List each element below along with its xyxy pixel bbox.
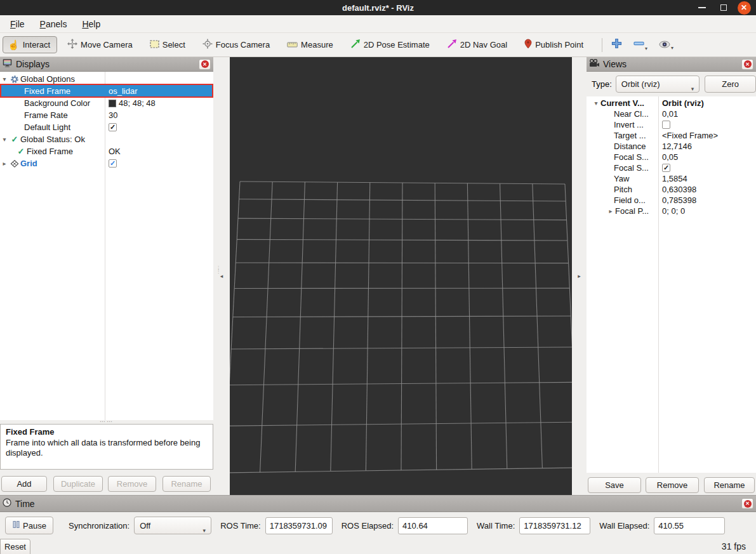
row-label: Focal S... [614, 163, 649, 173]
row-value[interactable]: 1,5854 [662, 174, 687, 183]
rename-view-button[interactable]: Rename [704, 477, 755, 493]
ros-elapsed-field[interactable]: 410.64 [398, 517, 468, 534]
tree-row-global-status[interactable]: ▾ ✓ Global Status: Ok [0, 133, 213, 145]
row-value[interactable]: 12,7146 [662, 142, 692, 151]
duplicate-display-button: Duplicate [53, 476, 103, 492]
tool-2d-nav-goal[interactable]: 2D Nav Goal [447, 39, 507, 51]
wall-elapsed-field[interactable]: 410.55 [654, 517, 725, 534]
add-tool-button[interactable] [610, 37, 623, 53]
fps-counter: 31 fps [722, 541, 746, 551]
chevron-down-icon: ▾ [691, 86, 694, 92]
displays-icon [3, 58, 12, 70]
row-value[interactable]: os_lidar [109, 86, 138, 96]
close-window-button[interactable]: ✕ [736, 0, 752, 15]
render-viewport[interactable] [230, 57, 572, 495]
tree-row-fixed-frame-selected[interactable]: Fixed Frame os_lidar [0, 85, 213, 97]
close-time-panel-button[interactable]: ✕ [741, 498, 753, 509]
view-type-combobox[interactable]: Orbit (rviz) ▾ [616, 76, 700, 93]
pause-button[interactable]: Pause [5, 517, 53, 534]
expander-open-icon[interactable]: ▾ [0, 136, 9, 143]
save-view-button[interactable]: Save [588, 477, 641, 493]
menu-file[interactable]: File [3, 16, 32, 32]
checkbox-checked[interactable]: ✓ [662, 164, 670, 172]
row-label: Grid [20, 159, 37, 168]
row-value[interactable]: 48; 48; 48 [119, 98, 156, 108]
close-views-panel-button[interactable]: ✕ [741, 59, 753, 70]
tool-label: Interact [23, 40, 50, 49]
type-label: Type: [592, 79, 612, 89]
tool-select[interactable]: Select [150, 40, 185, 50]
close-displays-panel-button[interactable]: ✕ [199, 59, 211, 70]
tool-interact[interactable]: ☝ Interact [3, 36, 57, 53]
remove-tool-button[interactable]: ▾ [632, 37, 649, 53]
tree-row-fixed-frame-status[interactable]: ✓Fixed Frame OK [0, 145, 213, 157]
tree-row-focal-shape-fixed[interactable]: Focal S... ✓ [587, 162, 756, 173]
visibility-tool-button[interactable]: ▾ [658, 38, 675, 52]
eye-icon [659, 39, 670, 51]
tree-row-target-frame[interactable]: Target ... <Fixed Frame> [587, 130, 756, 141]
views-panel-header: Views ✕ [587, 57, 756, 72]
tree-row-current-view[interactable]: ▾Current V... Orbit (rviz) [587, 98, 756, 109]
views-tree: ▾Current V... Orbit (rviz) Near Cl... 0,… [587, 96, 756, 473]
expander-open-icon[interactable]: ▾ [592, 100, 600, 107]
expander-closed-icon[interactable]: ▸ [0, 160, 9, 167]
wall-elapsed-label: Wall Elapsed: [599, 521, 649, 531]
ros-time-field[interactable]: 1718359731.09 [265, 517, 333, 534]
close-icon: ✕ [744, 500, 752, 508]
maximize-button[interactable] [715, 0, 732, 15]
color-swatch[interactable] [109, 100, 116, 107]
tree-row-distance[interactable]: Distance 12,7146 [587, 141, 756, 152]
checkbox-checked[interactable]: ✓ [109, 123, 117, 131]
tree-row-default-light[interactable]: Default Light ✓ [0, 121, 213, 133]
tool-label: Measure [301, 40, 333, 49]
menu-panels[interactable]: Panels [32, 16, 75, 32]
tool-measure[interactable]: Measure [287, 40, 333, 49]
collapse-right-arrow-icon[interactable]: ▸ [578, 273, 581, 279]
row-value[interactable]: 0,05 [662, 152, 678, 162]
zero-button[interactable]: Zero [705, 76, 756, 93]
row-value[interactable]: 0,785398 [662, 195, 696, 205]
tool-focus-camera[interactable]: Focus Camera [202, 39, 270, 51]
checkbox-unchecked[interactable] [662, 121, 670, 129]
tree-row-grid[interactable]: ▸ Grid ✓ [0, 157, 213, 169]
tree-row-focal-shape-size[interactable]: Focal S... 0,05 [587, 152, 756, 162]
row-value[interactable]: 0,01 [662, 109, 678, 119]
tree-row-focal-point[interactable]: ▸Focal P... 0; 0; 0 [587, 206, 756, 216]
chevron-down-icon: ▾ [671, 45, 673, 51]
tool-2d-pose-estimate[interactable]: 2D Pose Estimate [350, 39, 430, 51]
row-value[interactable]: <Fixed Frame> [662, 131, 718, 140]
remove-view-button[interactable]: Remove [646, 477, 699, 493]
sync-combobox[interactable]: Off ▾ [134, 517, 211, 534]
wall-time-field[interactable]: 1718359731.12 [519, 517, 590, 534]
right-splitter[interactable]: ▸ [572, 57, 587, 495]
displays-panel-header: Displays ✕ [0, 57, 213, 72]
minimize-button[interactable] [694, 0, 710, 15]
remove-display-button: Remove [108, 476, 156, 492]
checkbox-checked[interactable]: ✓ [109, 159, 117, 168]
tree-row-near-clip[interactable]: Near Cl... 0,01 [587, 109, 756, 119]
expander-open-icon[interactable]: ▾ [0, 76, 9, 82]
time-panel-header: Time ✕ [0, 496, 756, 512]
tree-row-pitch[interactable]: Pitch 0,630398 [587, 184, 756, 195]
row-label: Frame Rate [24, 110, 68, 120]
tool-publish-point[interactable]: Publish Point [524, 39, 583, 51]
tree-row-invert-z[interactable]: Invert ... [587, 119, 756, 130]
tool-move-camera[interactable]: Move Camera [67, 39, 133, 51]
displays-panel: Displays ✕ ▾ Global Options Fixed Frame … [0, 57, 213, 495]
expander-closed-icon[interactable]: ▸ [606, 208, 615, 214]
tree-row-global-options[interactable]: ▾ Global Options [0, 73, 213, 85]
tree-row-field-of-view[interactable]: Field o... 0,785398 [587, 195, 756, 206]
tree-row-yaw[interactable]: Yaw 1,5854 [587, 173, 756, 184]
row-value[interactable]: 30 [109, 110, 117, 120]
tree-row-background-color[interactable]: Background Color 48; 48; 48 [0, 97, 213, 109]
menu-help[interactable]: Help [74, 16, 108, 32]
row-value[interactable]: 0; 0; 0 [662, 206, 685, 216]
row-label: Invert ... [614, 120, 644, 129]
add-display-button[interactable]: Add [1, 476, 47, 492]
tree-row-frame-rate[interactable]: Frame Rate 30 [0, 109, 213, 121]
left-splitter[interactable]: ⋮⋮ ◂ [213, 57, 230, 495]
row-value[interactable]: 0,630398 [662, 185, 696, 194]
toolbar-separator [602, 38, 602, 52]
view-type-value: Orbit (rviz) [621, 79, 660, 89]
reset-button[interactable]: Reset [0, 539, 30, 554]
